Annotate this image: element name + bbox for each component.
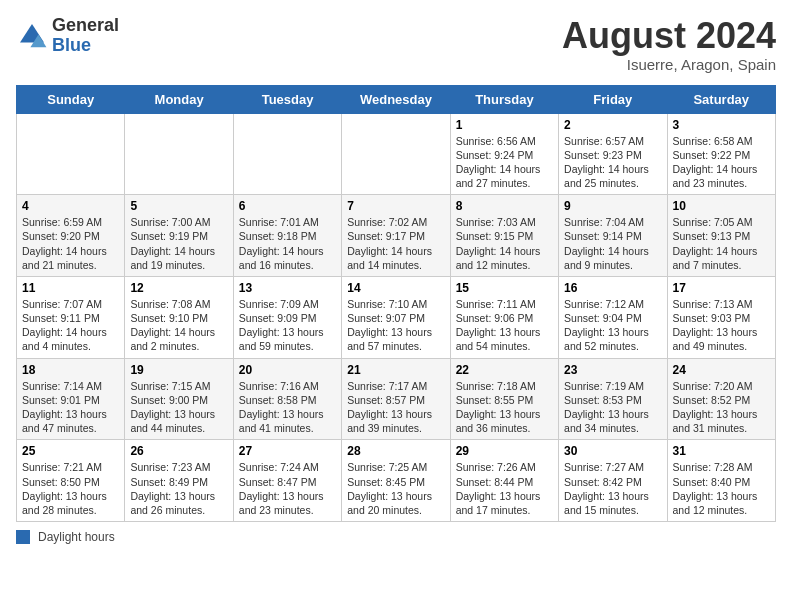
day-info: Sunrise: 7:04 AM Sunset: 9:14 PM Dayligh… bbox=[564, 215, 661, 272]
day-number: 25 bbox=[22, 444, 119, 458]
day-number: 31 bbox=[673, 444, 770, 458]
title-area: August 2024 Isuerre, Aragon, Spain bbox=[562, 16, 776, 73]
calendar-week-row: 18Sunrise: 7:14 AM Sunset: 9:01 PM Dayli… bbox=[17, 358, 776, 440]
calendar-cell: 23Sunrise: 7:19 AM Sunset: 8:53 PM Dayli… bbox=[559, 358, 667, 440]
day-info: Sunrise: 7:17 AM Sunset: 8:57 PM Dayligh… bbox=[347, 379, 444, 436]
day-number: 3 bbox=[673, 118, 770, 132]
calendar-cell: 26Sunrise: 7:23 AM Sunset: 8:49 PM Dayli… bbox=[125, 440, 233, 522]
day-number: 6 bbox=[239, 199, 336, 213]
calendar-cell: 31Sunrise: 7:28 AM Sunset: 8:40 PM Dayli… bbox=[667, 440, 775, 522]
day-number: 27 bbox=[239, 444, 336, 458]
day-number: 5 bbox=[130, 199, 227, 213]
day-info: Sunrise: 7:13 AM Sunset: 9:03 PM Dayligh… bbox=[673, 297, 770, 354]
day-info: Sunrise: 7:27 AM Sunset: 8:42 PM Dayligh… bbox=[564, 460, 661, 517]
day-info: Sunrise: 7:01 AM Sunset: 9:18 PM Dayligh… bbox=[239, 215, 336, 272]
header: General Blue August 2024 Isuerre, Aragon… bbox=[16, 16, 776, 73]
calendar-week-row: 1Sunrise: 6:56 AM Sunset: 9:24 PM Daylig… bbox=[17, 113, 776, 195]
day-number: 21 bbox=[347, 363, 444, 377]
calendar-cell: 4Sunrise: 6:59 AM Sunset: 9:20 PM Daylig… bbox=[17, 195, 125, 277]
day-number: 14 bbox=[347, 281, 444, 295]
day-info: Sunrise: 7:16 AM Sunset: 8:58 PM Dayligh… bbox=[239, 379, 336, 436]
day-number: 2 bbox=[564, 118, 661, 132]
legend-color-box bbox=[16, 530, 30, 544]
day-info: Sunrise: 7:03 AM Sunset: 9:15 PM Dayligh… bbox=[456, 215, 553, 272]
day-info: Sunrise: 7:21 AM Sunset: 8:50 PM Dayligh… bbox=[22, 460, 119, 517]
calendar-cell: 6Sunrise: 7:01 AM Sunset: 9:18 PM Daylig… bbox=[233, 195, 341, 277]
day-info: Sunrise: 7:02 AM Sunset: 9:17 PM Dayligh… bbox=[347, 215, 444, 272]
day-info: Sunrise: 7:28 AM Sunset: 8:40 PM Dayligh… bbox=[673, 460, 770, 517]
day-info: Sunrise: 7:07 AM Sunset: 9:11 PM Dayligh… bbox=[22, 297, 119, 354]
calendar-cell bbox=[17, 113, 125, 195]
calendar-cell: 15Sunrise: 7:11 AM Sunset: 9:06 PM Dayli… bbox=[450, 276, 558, 358]
day-of-week-header: Friday bbox=[559, 85, 667, 113]
calendar-cell: 8Sunrise: 7:03 AM Sunset: 9:15 PM Daylig… bbox=[450, 195, 558, 277]
calendar-cell: 28Sunrise: 7:25 AM Sunset: 8:45 PM Dayli… bbox=[342, 440, 450, 522]
day-info: Sunrise: 6:57 AM Sunset: 9:23 PM Dayligh… bbox=[564, 134, 661, 191]
legend-label: Daylight hours bbox=[38, 530, 115, 544]
calendar-cell: 3Sunrise: 6:58 AM Sunset: 9:22 PM Daylig… bbox=[667, 113, 775, 195]
legend: Daylight hours bbox=[16, 530, 776, 544]
calendar-table: SundayMondayTuesdayWednesdayThursdayFrid… bbox=[16, 85, 776, 522]
day-info: Sunrise: 7:15 AM Sunset: 9:00 PM Dayligh… bbox=[130, 379, 227, 436]
day-info: Sunrise: 7:24 AM Sunset: 8:47 PM Dayligh… bbox=[239, 460, 336, 517]
day-info: Sunrise: 7:11 AM Sunset: 9:06 PM Dayligh… bbox=[456, 297, 553, 354]
calendar-cell: 29Sunrise: 7:26 AM Sunset: 8:44 PM Dayli… bbox=[450, 440, 558, 522]
day-number: 4 bbox=[22, 199, 119, 213]
day-number: 29 bbox=[456, 444, 553, 458]
day-info: Sunrise: 7:09 AM Sunset: 9:09 PM Dayligh… bbox=[239, 297, 336, 354]
logo: General Blue bbox=[16, 16, 119, 56]
calendar-cell bbox=[125, 113, 233, 195]
day-number: 22 bbox=[456, 363, 553, 377]
calendar-cell: 27Sunrise: 7:24 AM Sunset: 8:47 PM Dayli… bbox=[233, 440, 341, 522]
calendar-cell: 13Sunrise: 7:09 AM Sunset: 9:09 PM Dayli… bbox=[233, 276, 341, 358]
calendar-cell: 16Sunrise: 7:12 AM Sunset: 9:04 PM Dayli… bbox=[559, 276, 667, 358]
day-info: Sunrise: 6:56 AM Sunset: 9:24 PM Dayligh… bbox=[456, 134, 553, 191]
day-number: 1 bbox=[456, 118, 553, 132]
day-number: 18 bbox=[22, 363, 119, 377]
day-number: 15 bbox=[456, 281, 553, 295]
day-info: Sunrise: 7:00 AM Sunset: 9:19 PM Dayligh… bbox=[130, 215, 227, 272]
calendar-cell: 14Sunrise: 7:10 AM Sunset: 9:07 PM Dayli… bbox=[342, 276, 450, 358]
logo-icon bbox=[16, 20, 48, 52]
calendar-cell: 7Sunrise: 7:02 AM Sunset: 9:17 PM Daylig… bbox=[342, 195, 450, 277]
day-of-week-header: Monday bbox=[125, 85, 233, 113]
day-info: Sunrise: 7:05 AM Sunset: 9:13 PM Dayligh… bbox=[673, 215, 770, 272]
day-info: Sunrise: 7:25 AM Sunset: 8:45 PM Dayligh… bbox=[347, 460, 444, 517]
day-info: Sunrise: 7:19 AM Sunset: 8:53 PM Dayligh… bbox=[564, 379, 661, 436]
day-number: 12 bbox=[130, 281, 227, 295]
day-info: Sunrise: 6:58 AM Sunset: 9:22 PM Dayligh… bbox=[673, 134, 770, 191]
day-of-week-header: Sunday bbox=[17, 85, 125, 113]
logo-general: General bbox=[52, 15, 119, 35]
day-number: 28 bbox=[347, 444, 444, 458]
day-of-week-header: Thursday bbox=[450, 85, 558, 113]
day-number: 19 bbox=[130, 363, 227, 377]
day-number: 10 bbox=[673, 199, 770, 213]
day-info: Sunrise: 7:18 AM Sunset: 8:55 PM Dayligh… bbox=[456, 379, 553, 436]
day-number: 11 bbox=[22, 281, 119, 295]
day-number: 7 bbox=[347, 199, 444, 213]
month-year-title: August 2024 bbox=[562, 16, 776, 56]
day-info: Sunrise: 7:14 AM Sunset: 9:01 PM Dayligh… bbox=[22, 379, 119, 436]
logo-blue: Blue bbox=[52, 35, 91, 55]
calendar-cell: 5Sunrise: 7:00 AM Sunset: 9:19 PM Daylig… bbox=[125, 195, 233, 277]
calendar-cell bbox=[233, 113, 341, 195]
calendar-cell: 24Sunrise: 7:20 AM Sunset: 8:52 PM Dayli… bbox=[667, 358, 775, 440]
day-info: Sunrise: 7:12 AM Sunset: 9:04 PM Dayligh… bbox=[564, 297, 661, 354]
calendar-cell: 20Sunrise: 7:16 AM Sunset: 8:58 PM Dayli… bbox=[233, 358, 341, 440]
calendar-cell: 2Sunrise: 6:57 AM Sunset: 9:23 PM Daylig… bbox=[559, 113, 667, 195]
calendar-cell: 17Sunrise: 7:13 AM Sunset: 9:03 PM Dayli… bbox=[667, 276, 775, 358]
calendar-cell: 1Sunrise: 6:56 AM Sunset: 9:24 PM Daylig… bbox=[450, 113, 558, 195]
calendar-cell: 19Sunrise: 7:15 AM Sunset: 9:00 PM Dayli… bbox=[125, 358, 233, 440]
day-number: 26 bbox=[130, 444, 227, 458]
calendar-cell: 12Sunrise: 7:08 AM Sunset: 9:10 PM Dayli… bbox=[125, 276, 233, 358]
calendar-cell: 11Sunrise: 7:07 AM Sunset: 9:11 PM Dayli… bbox=[17, 276, 125, 358]
calendar-week-row: 11Sunrise: 7:07 AM Sunset: 9:11 PM Dayli… bbox=[17, 276, 776, 358]
day-number: 9 bbox=[564, 199, 661, 213]
calendar-cell: 18Sunrise: 7:14 AM Sunset: 9:01 PM Dayli… bbox=[17, 358, 125, 440]
calendar-cell: 10Sunrise: 7:05 AM Sunset: 9:13 PM Dayli… bbox=[667, 195, 775, 277]
day-info: Sunrise: 7:20 AM Sunset: 8:52 PM Dayligh… bbox=[673, 379, 770, 436]
calendar-cell: 25Sunrise: 7:21 AM Sunset: 8:50 PM Dayli… bbox=[17, 440, 125, 522]
calendar-week-row: 25Sunrise: 7:21 AM Sunset: 8:50 PM Dayli… bbox=[17, 440, 776, 522]
day-number: 30 bbox=[564, 444, 661, 458]
day-of-week-header: Saturday bbox=[667, 85, 775, 113]
